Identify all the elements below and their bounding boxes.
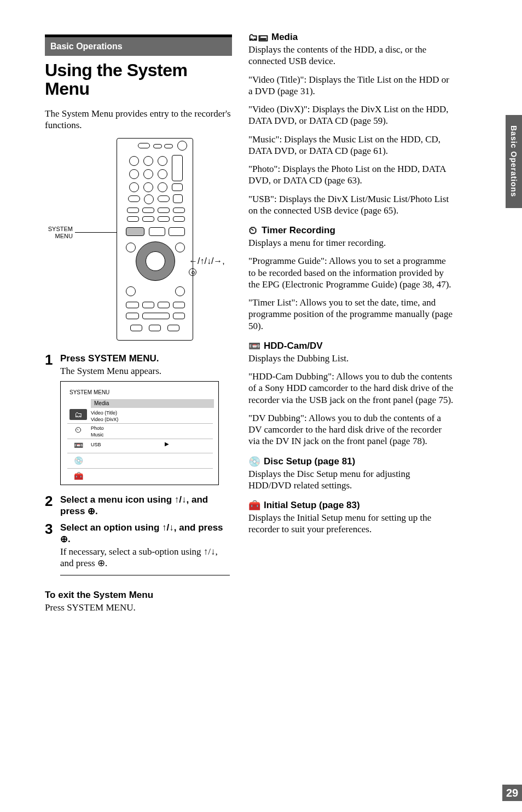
step-sub: If necessary, select a sub-option using … <box>60 546 232 569</box>
timer-p: "Timer List": Allows you to set the date… <box>248 297 454 332</box>
remote-illustration: SYSTEM MENU <box>78 138 199 341</box>
screenshot-row: Video (DivX) <box>91 417 118 422</box>
toolbox-icon: 🧰 <box>248 500 260 510</box>
page-number: 29 <box>502 785 522 801</box>
hdd-p: "DV Dubbing": Allows you to dub the cont… <box>248 412 454 447</box>
disc-p: Displays the Disc Setup menu for adjusti… <box>248 468 454 492</box>
step-head: Press SYSTEM MENU. <box>60 353 232 364</box>
screenshot-selected-bar: Media <box>91 399 214 408</box>
disc-setup-icon: 💿 <box>69 455 87 466</box>
camcorder-icon: 📼 <box>248 341 260 351</box>
enter-icon <box>189 268 196 276</box>
media-p: "USB": Displays the DivX List/Music List… <box>248 193 454 217</box>
timer-p: Displays a menu for timer recording. <box>248 237 454 249</box>
step-head: Select an option using ↑/↓, and press ⊕. <box>60 522 232 545</box>
disc-setup-heading: 💿 Disc Setup (page 81) <box>248 456 454 467</box>
screenshot-title: SYSTEM MENU <box>69 389 109 395</box>
hdd-p: Displays the Dubbing List. <box>248 353 454 364</box>
step-number: 3 <box>45 522 60 569</box>
disc-icon: 💿 <box>248 457 260 467</box>
step-number: 2 <box>45 494 60 517</box>
disc-icon: 🗂🖴 <box>248 32 268 42</box>
remote-label-system-menu: SYSTEM MENU <box>40 226 73 240</box>
screenshot-row: Photo <box>91 425 104 431</box>
screenshot-row: USB <box>91 442 101 447</box>
hdd-p: "HDD-Cam Dubbing": Allows you to dub the… <box>248 371 454 406</box>
section-tab: Basic Operations <box>45 34 232 56</box>
system-menu-screenshot: SYSTEM MENU Media 🗂 Video (Title) Video … <box>60 381 219 485</box>
screenshot-row: Music <box>91 432 104 437</box>
hdd-cam-icon: 📼 <box>69 440 87 451</box>
remote-label-arrows: ←/↑/↓/→, <box>189 256 227 279</box>
divider <box>60 575 230 575</box>
media-p: "Music": Displays the Music List on the … <box>248 134 454 157</box>
step-number: 1 <box>45 353 60 377</box>
intro-text: The System Menu provides entry to the re… <box>45 108 232 131</box>
media-p: Displays the contents of the HDD, a disc… <box>248 44 454 67</box>
step-sub: The System Menu appears. <box>60 365 232 377</box>
media-p: "Photo": Displays the Photo List on the … <box>248 163 454 187</box>
side-tab: Basic Operations <box>506 115 522 208</box>
timer-heading: ⏲ Timer Recording <box>248 225 454 236</box>
initial-p: Displays the Initial Setup menu for sett… <box>248 512 454 535</box>
media-icon: 🗂 <box>69 409 87 420</box>
timer-p: "Programme Guide": Allows you to set a p… <box>248 255 454 290</box>
initial-setup-icon: 🧰 <box>69 470 87 481</box>
step-3: 3 Select an option using ↑/↓, and press … <box>45 522 232 569</box>
exit-body: Press SYSTEM MENU. <box>45 602 232 613</box>
media-p: "Video (Title)": Displays the Title List… <box>248 74 454 97</box>
timer-icon: ⏲ <box>69 424 87 435</box>
media-heading: 🗂🖴 Media <box>248 32 454 43</box>
initial-setup-heading: 🧰 Initial Setup (page 83) <box>248 500 454 511</box>
clock-icon: ⏲ <box>248 226 258 235</box>
step-2: 2 Select a menu icon using ↑/↓, and pres… <box>45 494 232 517</box>
screenshot-row: Video (Title) <box>91 410 117 416</box>
page-title: Using the System Menu <box>45 61 232 98</box>
step-1: 1 Press SYSTEM MENU. The System Menu app… <box>45 353 232 377</box>
exit-heading: To exit the System Menu <box>45 590 232 601</box>
step-head: Select a menu icon using ↑/↓, and press … <box>60 494 232 517</box>
hdd-heading: 📼 HDD-Cam/DV <box>248 341 454 352</box>
media-p: "Video (DivX)": Displays the DivX List o… <box>248 103 454 127</box>
